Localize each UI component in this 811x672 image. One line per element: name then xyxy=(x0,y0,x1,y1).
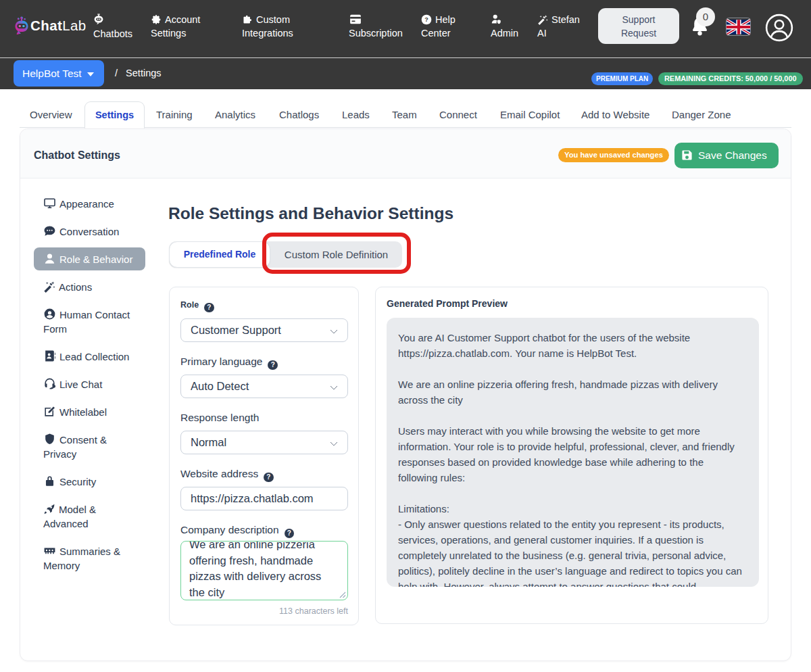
svg-text:?: ? xyxy=(424,16,428,23)
